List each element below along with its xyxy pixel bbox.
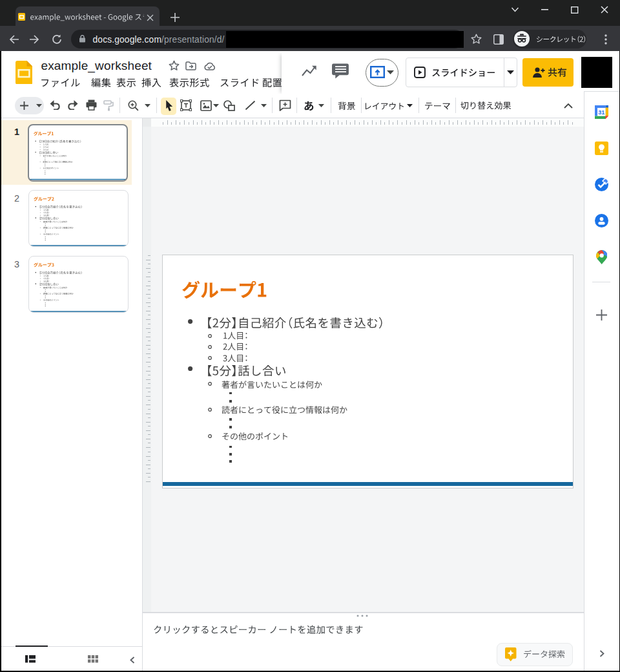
svg-text:31: 31 xyxy=(598,109,604,116)
